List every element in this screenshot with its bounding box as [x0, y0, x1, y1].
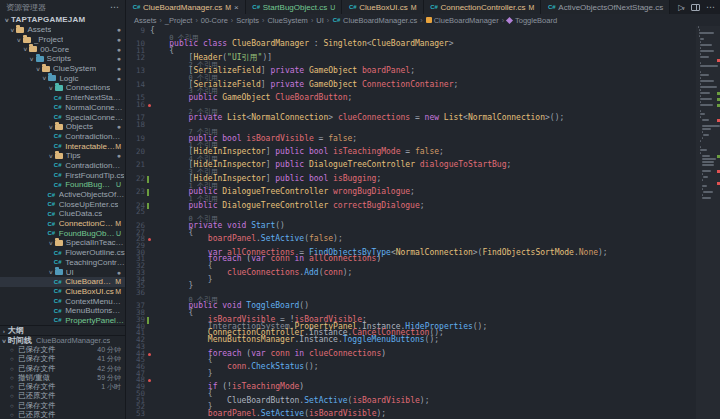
timeline-section-header[interactable]: ∨ 时间线 ClueBoardManager.cs: [0, 335, 125, 345]
code-line[interactable]: 10public class ClueBoardManager : Single…: [126, 41, 696, 48]
line-number[interactable]: 14: [126, 82, 150, 89]
tree-item[interactable]: C#ContradictionObjectsFou...: [0, 161, 125, 171]
line-number[interactable]: 12: [126, 55, 150, 62]
line-number[interactable]: 13: [126, 68, 150, 75]
split-editor-icon[interactable]: [691, 4, 700, 11]
tree-item[interactable]: C#SpecialConnection.cs: [0, 112, 125, 122]
code-line[interactable]: 17private List<NormalConnection> clueCon…: [126, 115, 696, 122]
breadcrumb-symbol[interactable]: ClueBoardManager: [434, 16, 499, 25]
breadcrumb-segment[interactable]: 00-Core: [201, 16, 228, 25]
tree-item[interactable]: C#PropertyPanel.cs: [0, 316, 125, 326]
tree-item[interactable]: C#ClueBoardManager.csM: [0, 277, 125, 287]
tree-folder-objects[interactable]: ∨Objects●: [0, 122, 125, 132]
folder-icon: [48, 75, 56, 81]
close-icon[interactable]: ×: [234, 3, 239, 12]
tab-ClueBoxUI.cs[interactable]: C#ClueBoxUI.csM: [342, 0, 423, 14]
tree-folder-assets[interactable]: ∨Assets●: [0, 25, 125, 35]
tab-ConnectionController.cs[interactable]: C#ConnectionController.csM: [424, 0, 542, 14]
explorer-more-icon[interactable]: ⋯: [110, 2, 119, 12]
timeline-item[interactable]: ○已保存文件41 分钟: [0, 355, 125, 364]
breadcrumb-symbol[interactable]: ToggleBoard: [515, 16, 557, 25]
breadcrumb-segment[interactable]: Assets: [134, 16, 157, 25]
more-actions-icon[interactable]: ⋯: [706, 2, 715, 12]
code-line[interactable]: 47}: [126, 371, 696, 378]
tree-folder-ui[interactable]: ∨UI●: [0, 267, 125, 277]
code-line[interactable]: 24public DialogueTreeController correctB…: [126, 203, 696, 210]
tree-item-label: Scripts: [47, 54, 71, 63]
code-line[interactable]: 37public void ToggleBoard(): [126, 303, 696, 310]
line-number[interactable]: 19: [126, 136, 150, 143]
line-number[interactable]: 18: [126, 122, 150, 129]
tree-item[interactable]: C#FlowerOutline.cs: [0, 248, 125, 258]
tree-item[interactable]: C#NormalConnection.cs: [0, 103, 125, 113]
tab-ClueBoardManager.cs[interactable]: C#ClueBoardManager.csM×: [126, 0, 246, 14]
tree-item-label: FirstFoundTip.cs: [65, 171, 124, 180]
tree-item[interactable]: C#EnterNextStageConnecti...: [0, 93, 125, 103]
timeline-item[interactable]: ○已保存文件: [0, 401, 125, 410]
code-line[interactable]: 34}: [126, 277, 696, 284]
line-number[interactable]: 9: [126, 28, 150, 35]
code-line[interactable]: 45{: [126, 357, 696, 364]
breadcrumb-segment[interactable]: _Project: [165, 16, 193, 25]
line-number[interactable]: 20: [126, 149, 150, 156]
code-line[interactable]: 28boardPanel.SetActive(false);: [126, 236, 696, 243]
code-line[interactable]: 9{: [126, 28, 696, 35]
breadcrumb-segment[interactable]: Scripts: [236, 16, 259, 25]
line-number[interactable]: 21: [126, 162, 150, 169]
tree-item[interactable]: C#FirstFoundTip.cs: [0, 170, 125, 180]
tree-item[interactable]: C#ContextMenuManager.cs: [0, 296, 125, 306]
line-number[interactable]: 16: [126, 102, 150, 109]
minimap-line: [702, 128, 711, 130]
code-line[interactable]: 42MenuButtonsManager.Instance.ToggleMenu…: [126, 337, 696, 344]
breadcrumb-segment[interactable]: ClueSystem: [267, 16, 307, 25]
timeline-item[interactable]: ○已保存文件40 分钟: [0, 345, 125, 354]
code-line[interactable]: 32{: [126, 263, 696, 270]
timeline-item[interactable]: ○已还原文件: [0, 392, 125, 401]
line-number[interactable]: 23: [126, 189, 150, 196]
code-line[interactable]: 53boardPanel.SetActive(isBoardVisible);: [126, 411, 696, 418]
tree-folder-connections[interactable]: ∨Connections: [0, 83, 125, 93]
code-line[interactable]: 26private void Start(): [126, 223, 696, 230]
tree-item[interactable]: C#FoundBugObjectTip...U: [0, 180, 125, 190]
tree-folder-cluesystem[interactable]: ∨ClueSystem●: [0, 64, 125, 74]
tab-label: ConnectionController.cs: [441, 3, 526, 12]
code-line[interactable]: 35}: [126, 283, 696, 290]
tree-item[interactable]: C#ClueData.cs: [0, 209, 125, 219]
breadcrumb-file[interactable]: ClueBoardManager.cs: [343, 16, 417, 25]
code-editor[interactable]: 9{0 个引用10public class ClueBoardManager :…: [126, 26, 696, 419]
run-icon[interactable]: ▷∨: [678, 3, 685, 12]
tree-folder-logic[interactable]: ∨Logic●: [0, 73, 125, 83]
tree-folder-_project[interactable]: ∨_Project●: [0, 35, 125, 45]
line-number[interactable]: 53: [126, 411, 150, 418]
timeline-item[interactable]: ○已还原文件: [0, 410, 125, 419]
project-section-header[interactable]: ∨ TAPTAPGAMEJAM: [0, 14, 125, 25]
breadcrumb-segment[interactable]: UI: [316, 16, 324, 25]
tree-item[interactable]: C#ContradictionObjects.cs: [0, 132, 125, 142]
tab-StartBugObject.cs[interactable]: C#StartBugObject.csU: [246, 0, 343, 14]
outline-section-header[interactable]: › 大纲: [0, 325, 125, 335]
code-line[interactable]: 15public GameObject ClueBoardButton;: [126, 95, 696, 102]
tree-item[interactable]: C#ClueBoxUI.csM: [0, 287, 125, 297]
tree-item-label: CloseUpEnter.cs: [59, 200, 119, 209]
tree-folder-scripts[interactable]: ∨Scripts●: [0, 54, 125, 64]
tree-item[interactable]: C#CloseUpEnter.cs: [0, 199, 125, 209]
tree-item[interactable]: C#InteractableObject.csM: [0, 141, 125, 151]
tree-item[interactable]: C#TeachingContradiction.cs: [0, 258, 125, 268]
csharp-file-icon: C#: [53, 279, 62, 285]
timeline-item[interactable]: ○已保存文件1 小时: [0, 383, 125, 392]
tree-item[interactable]: C#FoundBugObject.csU: [0, 228, 125, 238]
line-number[interactable]: 36: [126, 290, 150, 297]
tree-item[interactable]: C#MenuButtonsManager.cs: [0, 306, 125, 316]
tree-folder-specialinteaching[interactable]: ∨SpecialInTeaching: [0, 238, 125, 248]
run-dropdown-icon[interactable]: ∨: [681, 5, 685, 11]
tree-item[interactable]: C#ConnectionControlle...M: [0, 219, 125, 229]
tree-folder-tips[interactable]: ∨Tips●: [0, 151, 125, 161]
tree-item[interactable]: C#ActiveObjectsOfNextStage...: [0, 190, 125, 200]
line-number[interactable]: 22: [126, 176, 150, 183]
line-number[interactable]: 25: [126, 209, 150, 216]
timeline-item[interactable]: ○已保存文件42 分钟: [0, 364, 125, 373]
minimap[interactable]: [696, 26, 720, 419]
timeline-item[interactable]: ○撤销/重做59 分钟: [0, 373, 125, 382]
tree-folder-00-core[interactable]: ∨00-Core●: [0, 44, 125, 54]
tab-ActiveObjectsOfNextStage.cs[interactable]: C#ActiveObjectsOfNextStage.cs: [541, 0, 670, 14]
